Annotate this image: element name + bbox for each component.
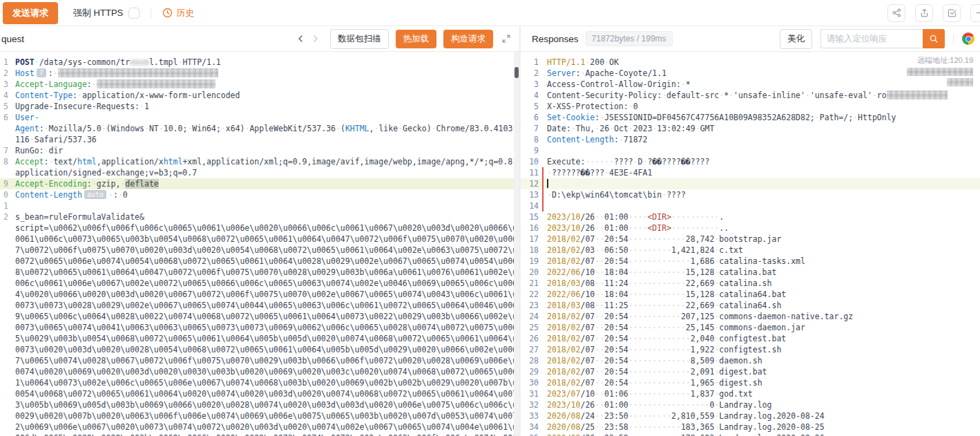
- line-number: 8: [0, 156, 8, 178]
- code-line[interactable]: 5Upgrade-Insecure-Requests:·1: [0, 101, 519, 112]
- line-number: 24: [521, 311, 539, 322]
- response-meta-badge: 71872bytes / 199ms: [586, 31, 673, 46]
- code-line: 182018/02/03··06:50·········1,421,824·c.…: [521, 245, 980, 256]
- code-line[interactable]: 1POST·/data/sys-common/treexml.tmpl·HTTP…: [0, 57, 519, 68]
- check-square-icon: [947, 8, 957, 18]
- line-number: 6: [521, 112, 539, 123]
- responses-tab[interactable]: Responses: [532, 34, 579, 44]
- code-line: 7Date:·Thu,·26·Oct·2023·13:02:49·GMT: [521, 123, 980, 134]
- code-line[interactable]: 4Content-Type:·application/x-www-form-ur…: [0, 90, 519, 101]
- request-editor[interactable]: 1POST·/data/sys-common/treexml.tmpl·HTTP…: [0, 52, 519, 436]
- more-button[interactable]: [970, 4, 980, 22]
- line-number: 15: [521, 211, 539, 222]
- line-number: 7: [521, 123, 539, 134]
- chevron-left-icon: [296, 35, 305, 43]
- line-number: 14: [521, 200, 539, 211]
- toolbar-divider: [151, 8, 151, 18]
- line-number: 6: [0, 112, 8, 145]
- code-line[interactable]: script=\u0062\u006f\u006f\u006c\u0065\u0…: [0, 222, 519, 436]
- line-number: 12: [521, 178, 539, 189]
- edit-check-button[interactable]: [943, 4, 961, 22]
- force-https-group: 强制 HTTPS: [73, 7, 140, 19]
- redacted-region: [947, 78, 973, 86]
- line-number: 32: [521, 399, 539, 410]
- line-number: 28: [521, 355, 539, 366]
- code-line[interactable]: 2Host?:·: [0, 68, 519, 79]
- line-number: 4: [0, 90, 8, 101]
- line-number: 3: [521, 79, 539, 90]
- line-number: 20: [521, 267, 539, 278]
- line-number: 1: [0, 57, 8, 68]
- redacted-region: [907, 68, 973, 76]
- share-button[interactable]: [887, 4, 905, 22]
- code-line[interactable]: 2s_bean=ruleFormulaValidate&: [0, 211, 519, 222]
- code-line: 222022/06/10··18:04············15,128·ca…: [521, 289, 980, 300]
- line-number: 25: [521, 322, 539, 333]
- workspace: quest 数据包扫描 热加载 构造请求: [0, 26, 980, 436]
- response-viewer: 远端地址:120.19 1HTTP/1.1·200·OK2Server:·Apa…: [521, 52, 980, 436]
- line-number: 19: [521, 256, 539, 267]
- line-number: 9: [0, 178, 8, 189]
- export-button[interactable]: [915, 4, 933, 22]
- line-number: 11: [521, 167, 539, 178]
- force-https-label: 强制 HTTPS: [73, 7, 123, 19]
- request-scrollbar-thumb[interactable]: [515, 67, 519, 78]
- line-number: 35: [521, 433, 539, 436]
- chevron-right-icon: [311, 35, 320, 43]
- line-number: 21: [521, 278, 539, 289]
- line-number: 1: [0, 200, 8, 211]
- request-scrollbar[interactable]: [514, 52, 519, 436]
- packet-scan-button[interactable]: 数据包扫描: [330, 29, 389, 49]
- construct-request-button[interactable]: 构造请求: [443, 30, 493, 48]
- code-line: 322023/10/26··01:00·················0·La…: [521, 399, 980, 410]
- force-https-checkbox[interactable]: [128, 8, 140, 19]
- code-line: 162023/10/26··01:00····<DIR>··········..: [521, 222, 980, 234]
- code-line: 252018/02/07··20:54············25,145·co…: [521, 322, 980, 333]
- line-number: 23: [521, 300, 539, 311]
- code-line: 5X-XSS-Protection:·0: [521, 101, 980, 112]
- request-body-script[interactable]: script=\u0062\u006f\u006f\u006c\u0065\u0…: [15, 222, 519, 436]
- code-line: 202022/06/10··18:04············15,128·ca…: [521, 267, 980, 278]
- hot-reload-button[interactable]: 热加载: [396, 30, 437, 48]
- code-line: 14: [521, 200, 980, 211]
- line-number: 0: [0, 189, 8, 200]
- line-number: 8: [521, 134, 539, 145]
- line-number: 3: [0, 79, 8, 90]
- remote-address-label: 远端地址:120.19: [917, 56, 973, 64]
- open-in-browser-button[interactable]: [962, 32, 974, 45]
- expand-button[interactable]: [499, 31, 514, 46]
- code-line[interactable]: 3Accept-Language:·: [0, 79, 519, 90]
- response-panel-header: Responses 71872bytes / 199ms 美化: [521, 26, 980, 52]
- code-line[interactable]: 0Content-Lengthauto·:·0: [0, 189, 519, 200]
- line-number: 31: [521, 388, 539, 399]
- send-request-button[interactable]: 发送请求: [3, 2, 58, 24]
- toolbar: 发送请求 强制 HTTPS 历史: [0, 0, 980, 26]
- code-line[interactable]: 1: [0, 200, 519, 211]
- line-number: 18: [521, 245, 539, 256]
- code-line[interactable]: 7RunGo:·dir: [0, 145, 519, 156]
- search-input[interactable]: [820, 29, 923, 48]
- response-search-group: [820, 29, 945, 48]
- code-line: 152023/10/26··01:00····<DIR>··········.: [521, 211, 980, 222]
- code-line: 312023/07/10··01:06·············1,837·go…: [521, 388, 980, 399]
- code-line: 282018/02/07··20:54·············8,509·da…: [521, 355, 980, 366]
- search-button[interactable]: [923, 29, 945, 48]
- code-line[interactable]: 8Accept:·text/html,application/xhtml+xml…: [0, 156, 519, 178]
- code-line: 332020/08/24··23:50·········2,810,559·La…: [521, 410, 980, 421]
- line-number: 2: [0, 211, 8, 222]
- line-number: 22: [521, 289, 539, 300]
- search-icon: [929, 34, 939, 44]
- beautify-button[interactable]: 美化: [780, 29, 812, 49]
- request-panel: quest 数据包扫描 热加载 构造请求: [0, 26, 520, 436]
- share-icon: [892, 8, 902, 18]
- line-number: 17: [521, 234, 539, 245]
- history-button[interactable]: 历史: [162, 7, 194, 19]
- next-request-button[interactable]: [308, 31, 323, 46]
- line-number: 2: [0, 68, 8, 79]
- code-line[interactable]: 9Accept-Encoding:·gzip,·deflate: [0, 178, 519, 189]
- line-number: 2: [521, 68, 539, 79]
- prev-request-button[interactable]: [293, 31, 308, 46]
- line-number: 16: [521, 222, 539, 234]
- expand-icon: [501, 34, 511, 44]
- code-line[interactable]: 6User-Agent:·Mozilla/5.0·(Windows·NT·10.…: [0, 112, 519, 145]
